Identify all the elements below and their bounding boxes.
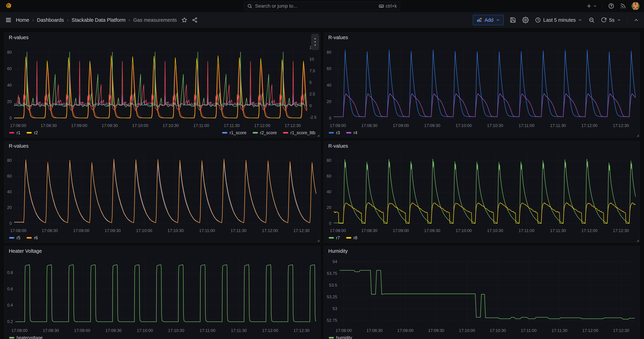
legend-swatch bbox=[9, 132, 14, 134]
dashboard-settings-button[interactable] bbox=[522, 17, 529, 23]
legend-label: r5 bbox=[16, 235, 20, 240]
share-button[interactable] bbox=[192, 17, 198, 23]
global-search[interactable]: ctrl+k bbox=[244, 2, 400, 10]
legend-item-r2[interactable]: r2 bbox=[26, 130, 38, 135]
time-range-picker[interactable]: Last 5 minutes bbox=[535, 17, 582, 23]
legend-item-humidity[interactable]: humidity bbox=[329, 335, 352, 339]
help-button[interactable] bbox=[608, 3, 614, 9]
legend-swatch bbox=[346, 132, 351, 134]
panel-title[interactable]: R-values bbox=[9, 35, 28, 40]
grafana-logo[interactable] bbox=[4, 2, 12, 10]
legend-item-r7[interactable]: r7 bbox=[329, 235, 340, 240]
legend-item-r3[interactable]: r3 bbox=[329, 130, 340, 135]
timeseries-chart[interactable] bbox=[324, 151, 640, 235]
add-panel-button[interactable]: Add bbox=[473, 15, 504, 25]
legend-item-r8[interactable]: r8 bbox=[346, 235, 357, 240]
breadcrumb-home[interactable]: Home bbox=[16, 17, 29, 23]
save-dashboard-button[interactable] bbox=[510, 17, 516, 23]
zoom-out-button[interactable] bbox=[588, 17, 595, 23]
legend-item-r1_score[interactable]: r1_score bbox=[222, 130, 246, 135]
legend-swatch bbox=[26, 132, 32, 134]
panel-menu-button[interactable] bbox=[311, 34, 319, 50]
legend-swatch bbox=[26, 237, 32, 238]
panel-title[interactable]: R-values bbox=[9, 143, 28, 149]
legend-swatch bbox=[9, 237, 14, 238]
news-button[interactable] bbox=[620, 3, 626, 9]
panel-title[interactable]: R-values bbox=[328, 143, 348, 149]
legend-item-r6[interactable]: r6 bbox=[26, 235, 38, 240]
chevron-down-icon bbox=[496, 18, 500, 22]
chevron-up-icon bbox=[634, 18, 639, 22]
panel-r-values-3: R-values r5r6 bbox=[4, 141, 320, 243]
legend-label: r1_score bbox=[230, 130, 246, 135]
timeseries-chart[interactable] bbox=[4, 256, 320, 334]
star-icon bbox=[182, 17, 187, 23]
keyboard-icon bbox=[379, 4, 384, 9]
chevron-down-icon bbox=[593, 4, 597, 8]
refresh-picker[interactable]: 5s bbox=[601, 17, 621, 23]
favorite-button[interactable] bbox=[182, 17, 187, 23]
chevron-down-icon bbox=[617, 18, 621, 22]
search-icon bbox=[247, 4, 252, 9]
legend-label: heatervoltage bbox=[16, 335, 43, 339]
chart-legend: r1r2r1_scorer2_scorer1_score_lttb bbox=[4, 130, 320, 138]
chart-legend: r7r8 bbox=[324, 235, 640, 242]
search-shortcut: ctrl+k bbox=[379, 4, 397, 9]
legend-item-r5[interactable]: r5 bbox=[9, 235, 20, 240]
legend-label: humidity bbox=[336, 335, 352, 339]
panel-r-values-1: R-values r1r2r1_scorer2_scorer1_score_lt… bbox=[4, 32, 320, 138]
breadcrumb-current-dashboard: Gas measurements bbox=[133, 17, 177, 23]
legend-swatch bbox=[253, 132, 258, 134]
toolbar-divider bbox=[627, 17, 628, 23]
panel-title[interactable]: R-values bbox=[328, 35, 348, 40]
breadcrumb-separator: › bbox=[67, 18, 68, 23]
refresh-icon bbox=[601, 17, 607, 23]
legend-label: r6 bbox=[34, 235, 38, 240]
breadcrumb-folder[interactable]: Stackable Data Platform bbox=[72, 17, 126, 23]
legend-label: r7 bbox=[336, 235, 340, 240]
new-menu-button[interactable] bbox=[586, 3, 597, 9]
panel-title[interactable]: Heater Voltage bbox=[9, 248, 42, 254]
timeseries-chart[interactable] bbox=[4, 151, 320, 235]
mega-menu-button[interactable] bbox=[5, 17, 12, 23]
legend-swatch bbox=[9, 337, 14, 338]
legend-label: r4 bbox=[354, 130, 357, 135]
chevron-down-icon bbox=[578, 18, 582, 22]
legend-swatch bbox=[346, 237, 351, 238]
dashboard-grid: R-values r1r2r1_scorer2_scorer1_score_lt… bbox=[0, 28, 644, 339]
dashboard-toolbar: Home › Dashboards › Stackable Data Platf… bbox=[0, 12, 644, 28]
panel-header: R-values bbox=[4, 32, 320, 42]
legend-swatch bbox=[329, 237, 334, 238]
legend-swatch bbox=[329, 132, 334, 134]
legend-item-r4[interactable]: r4 bbox=[346, 130, 357, 135]
legend-item-r1_score_lttb[interactable]: r1_score_lttb bbox=[283, 130, 316, 135]
search-input[interactable] bbox=[255, 3, 376, 9]
panel-header: Humidity bbox=[324, 246, 640, 256]
breadcrumb-dashboards[interactable]: Dashboards bbox=[37, 17, 64, 23]
breadcrumb: Home › Dashboards › Stackable Data Platf… bbox=[16, 17, 177, 23]
legend-swatch bbox=[222, 132, 227, 134]
chart-legend: r3r4 bbox=[324, 130, 640, 138]
share-icon bbox=[192, 17, 198, 23]
timeseries-chart[interactable] bbox=[324, 42, 640, 130]
panel-humidity: Humidity humidity bbox=[324, 246, 640, 339]
panel-title[interactable]: Humidity bbox=[328, 248, 348, 254]
collapse-toolbar-button[interactable] bbox=[634, 18, 639, 22]
top-bar: ctrl+k bbox=[0, 0, 644, 12]
breadcrumb-separator: › bbox=[129, 18, 130, 23]
user-avatar[interactable] bbox=[632, 2, 640, 10]
legend-item-r1[interactable]: r1 bbox=[9, 130, 20, 135]
chart-legend: humidity bbox=[324, 334, 640, 339]
zoom-out-icon bbox=[588, 17, 595, 23]
legend-item-heatervoltage[interactable]: heatervoltage bbox=[9, 335, 43, 339]
legend-item-r2_score[interactable]: r2_score bbox=[253, 130, 277, 135]
help-icon bbox=[608, 3, 614, 9]
panel-heater-voltage: Heater Voltage heatervoltage bbox=[4, 246, 320, 339]
legend-swatch bbox=[329, 337, 334, 338]
panel-r-values-2: R-values r3r4 bbox=[324, 32, 640, 138]
hamburger-icon bbox=[5, 17, 12, 23]
legend-label: r1 bbox=[16, 130, 20, 135]
timeseries-chart[interactable] bbox=[324, 256, 640, 334]
panel-r-values-4: R-values r7r8 bbox=[324, 141, 640, 243]
timeseries-chart[interactable] bbox=[4, 42, 320, 130]
